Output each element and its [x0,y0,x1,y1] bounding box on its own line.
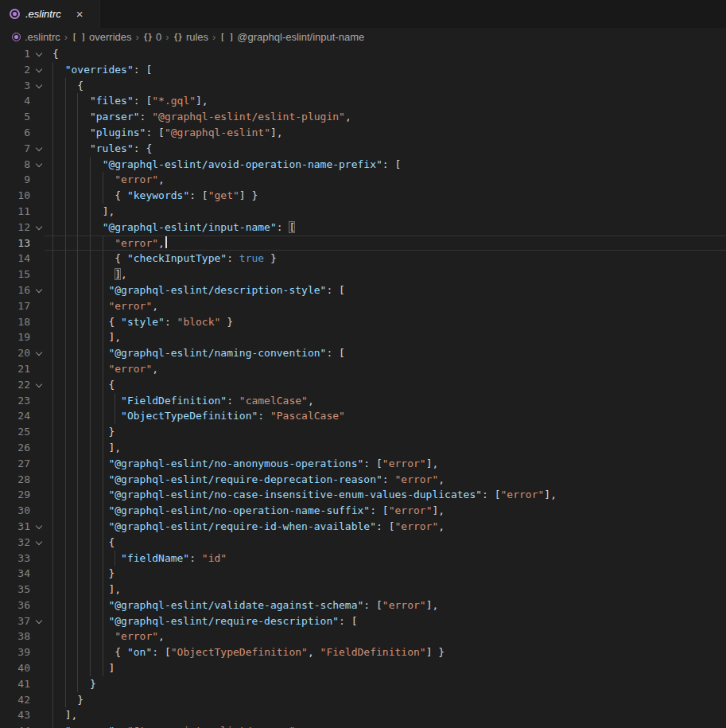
fold-chevron-icon[interactable] [36,66,42,72]
code-line[interactable]: 40 ] [0,660,726,676]
line-number[interactable]: 21 [0,361,30,377]
code-line[interactable]: 21 "error", [0,361,726,377]
line-number[interactable]: 32 [0,535,30,551]
line-number[interactable]: 11 [0,204,30,220]
fold-chevron-icon[interactable] [36,349,42,356]
line-number[interactable]: 12 [0,220,30,236]
line-number[interactable]: 35 [0,582,30,598]
line-number[interactable]: 43 [0,707,30,723]
code-line[interactable]: 43 ], [0,707,726,723]
code-line[interactable]: 28 "@graphql-eslint/require-deprecation-… [0,472,726,488]
line-number[interactable]: 42 [0,692,30,708]
line-number[interactable]: 24 [0,408,30,424]
breadcrumb-item--eslintrc[interactable]: .eslintrc [12,31,60,43]
fold-chevron-icon[interactable] [36,380,42,387]
line-number[interactable]: 26 [0,440,30,456]
line-number[interactable]: 1 [0,46,30,62]
line-number[interactable]: 13 [0,236,30,251]
code-line[interactable]: 38 "error", [0,629,726,644]
code-line[interactable]: 8 "@graphql-eslint/avoid-operation-name-… [0,157,726,173]
line-number[interactable]: 8 [0,157,30,173]
line-number[interactable]: 22 [0,377,30,393]
code-line[interactable]: 36 "@graphql-eslint/validate-against-sch… [0,598,726,613]
fold-chevron-icon[interactable] [36,81,42,88]
code-line[interactable]: 22 { [0,377,726,393]
line-number[interactable]: 34 [0,566,30,582]
line-number[interactable]: 29 [0,487,30,503]
line-number[interactable]: 41 [0,676,30,692]
breadcrumb-item--graphql-eslint-input-name[interactable]: [ ]@graphql-eslint/input-name [219,31,364,43]
code-line[interactable]: 24 "ObjectTypeDefinition": "PascalCase" [0,408,726,424]
code-line[interactable]: 29 "@graphql-eslint/no-case-insensitive-… [0,487,726,503]
code-line[interactable]: 27 "@graphql-eslint/no-anonymous-operati… [0,456,726,472]
code-line[interactable]: 14 { "checkInputType": true } [0,251,726,267]
code-line[interactable]: 32 { [0,535,726,551]
code-line[interactable]: 25 } [0,424,726,440]
line-number[interactable]: 10 [0,188,30,204]
line-number[interactable]: 36 [0,598,30,613]
breadcrumb-item-overrides[interactable]: [ ]overrides [72,31,131,43]
code-line[interactable]: 18 { "style": "block" } [0,314,726,330]
fold-chevron-icon[interactable] [36,145,42,151]
line-number[interactable]: 27 [0,456,30,472]
code-line[interactable]: 7 "rules": { [0,141,726,157]
line-number[interactable]: 31 [0,519,30,535]
code-line[interactable]: 3 { [0,78,726,94]
line-number[interactable]: 37 [0,613,30,629]
breadcrumb-item-0[interactable]: {}0 [143,31,161,43]
line-number[interactable]: 23 [0,393,30,409]
code-line[interactable]: 42 } [0,692,726,708]
line-number[interactable]: 44 [0,723,30,728]
fold-chevron-icon[interactable] [36,617,42,623]
code-line[interactable]: 16 "@graphql-eslint/description-style": … [0,282,726,298]
code-line[interactable]: 35 ], [0,582,726,598]
code-line[interactable]: 33 "fieldName": "id" [0,551,726,566]
line-number[interactable]: 2 [0,62,30,78]
line-number[interactable]: 20 [0,345,30,361]
fold-chevron-icon[interactable] [36,50,42,56]
line-number[interactable]: 25 [0,424,30,440]
code-line[interactable]: 31 "@graphql-eslint/require-id-when-avai… [0,519,726,535]
code-line[interactable]: 23 "FieldDefinition": "camelCase", [0,393,726,409]
line-number[interactable]: 40 [0,660,30,676]
fold-chevron-icon[interactable] [36,538,42,544]
line-number[interactable]: 3 [0,78,30,94]
line-number[interactable]: 15 [0,267,30,282]
code-line[interactable]: 11 ], [0,204,726,220]
code-line[interactable]: 34 } [0,566,726,582]
line-number[interactable]: 19 [0,329,30,345]
line-number[interactable]: 28 [0,472,30,488]
fold-chevron-icon[interactable] [36,224,42,230]
code-line[interactable]: 17 "error", [0,298,726,314]
close-icon[interactable]: × [76,8,83,20]
breadcrumb-item-rules[interactable]: {}rules [173,31,208,43]
line-number[interactable]: 16 [0,282,30,298]
line-number[interactable]: 18 [0,314,30,330]
code-line[interactable]: 15 ], [0,267,726,282]
line-number[interactable]: 6 [0,125,30,141]
code-line[interactable]: 1{ [0,46,726,62]
code-line[interactable]: 26 ], [0,440,726,456]
line-number[interactable]: 14 [0,251,30,267]
line-number[interactable]: 7 [0,141,30,157]
code-line[interactable]: 44 "parser": "@typescript-eslint/parser" [0,723,726,728]
code-line[interactable]: 13 "error", [0,236,726,251]
code-line[interactable]: 41 } [0,676,726,692]
code-line[interactable]: 12 "@graphql-eslint/input-name": [ [0,220,726,236]
code-line[interactable]: 39 { "on": ["ObjectTypeDefinition", "Fie… [0,644,726,660]
code-line[interactable]: 5 "parser": "@graphql-eslint/eslint-plug… [0,109,726,125]
tab-eslintrc[interactable]: .eslintrc × [0,0,100,28]
code-editor[interactable]: 1{2 "overrides": [3 {4 "files": ["*.gql"… [0,46,726,728]
code-line[interactable]: 2 "overrides": [ [0,62,726,78]
line-number[interactable]: 33 [0,551,30,566]
code-line[interactable]: 20 "@graphql-eslint/naming-convention": … [0,345,726,361]
fold-chevron-icon[interactable] [36,523,42,529]
code-line[interactable]: 37 "@graphql-eslint/require-description"… [0,613,726,629]
code-line[interactable]: 19 ], [0,329,726,345]
code-line[interactable]: 6 "plugins": ["@graphql-eslint"], [0,125,726,141]
fold-chevron-icon[interactable] [36,160,42,166]
fold-chevron-icon[interactable] [36,286,42,293]
line-number[interactable]: 30 [0,503,30,519]
code-line[interactable]: 30 "@graphql-eslint/no-operation-name-su… [0,503,726,519]
code-line[interactable]: 10 { "keywords": ["get"] } [0,188,726,204]
